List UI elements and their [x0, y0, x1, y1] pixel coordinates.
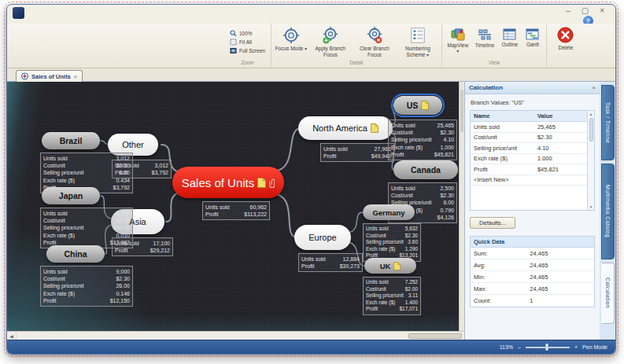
branch-canada[interactable]: Canada [393, 160, 458, 179]
branch-uk-data: Units sold7,252Cost/unit$2.00Selling pri… [363, 277, 421, 315]
row-value: $12,150 [110, 297, 130, 304]
row-label: Cost/unit [391, 192, 413, 199]
apply-branch-focus-button[interactable]: Apply Branch Focus [308, 25, 353, 57]
data-row: Units sold5,632 [364, 226, 420, 233]
slider-thumb[interactable] [545, 344, 548, 351]
data-row: Profit$49,946 [321, 153, 393, 160]
mindmap-canvas[interactable]: Sales of Units Units sold60,962Profit$11… [7, 82, 464, 331]
fit-all-button[interactable]: Fit All [230, 39, 252, 46]
calculation-panel: Calculation × Branch Values: "US" Name V… [464, 82, 600, 340]
clear-branch-focus-button[interactable]: Clear Branch Focus [353, 25, 397, 57]
outline-label: Outline [502, 42, 519, 47]
row-value: $17,062 [110, 239, 130, 246]
data-row: Profit$17,071 [364, 306, 420, 313]
gantt-label: Gantt [526, 42, 539, 47]
canvas-vertical-scrollbar[interactable] [459, 82, 464, 331]
tab-task-timeline[interactable]: Task / Timeline [601, 85, 615, 160]
close-button[interactable]: × [600, 6, 604, 16]
attachment-icon[interactable] [269, 178, 275, 188]
table-scrollbar[interactable]: ▲ ▼ [587, 111, 594, 210]
tab-multimedia-catalog[interactable]: Multimedia Catalog [601, 164, 615, 259]
row-label: Selling price/unit [43, 224, 83, 231]
canvas-horizontal-scrollbar[interactable]: ◀ [7, 331, 464, 340]
pen-mode-label[interactable]: Pen Mode [582, 344, 607, 350]
zoom-100-button[interactable]: 100% [230, 30, 253, 37]
row-value: 8.20 [119, 169, 130, 176]
defaults-button[interactable]: Defaults... [470, 217, 515, 229]
row-value: 26.00 [116, 282, 130, 289]
note-icon[interactable] [393, 262, 401, 270]
panel-close-icon[interactable]: × [592, 84, 596, 91]
mapview-button[interactable]: MapView [445, 25, 471, 53]
minimize-button[interactable]: – [566, 6, 570, 16]
tab-sales-of-units[interactable]: Sales of Units × [16, 70, 83, 82]
note-icon[interactable] [257, 178, 266, 188]
data-row: Sum:24,465 [471, 248, 594, 259]
zoom-out-button[interactable]: – [518, 344, 521, 350]
data-row: Units sold3,012 [41, 155, 132, 162]
panel-title: Calculation [469, 84, 503, 91]
root-topic-sales-of-units[interactable]: Sales of Units [172, 167, 284, 198]
timeline-button[interactable]: Timeline [471, 25, 498, 48]
row-label: Exch rate ($) [43, 177, 75, 184]
note-icon[interactable] [421, 101, 429, 110]
scroll-left-icon[interactable]: ◀ [7, 332, 17, 340]
statusbar: 113% – + Pen Mode [7, 340, 615, 354]
tab-close-icon[interactable]: × [74, 73, 78, 80]
row-value: $113,222 [244, 211, 267, 218]
outline-button[interactable]: Outline [498, 25, 522, 47]
branch-uk[interactable]: UK [364, 258, 416, 274]
focus-mode-button[interactable]: Focus Mode [274, 25, 308, 53]
numbering-scheme-button[interactable]: Numbering Scheme [397, 25, 439, 58]
tab-calculation[interactable]: Calculation [601, 263, 615, 324]
branch-china[interactable]: China [46, 245, 105, 263]
maximize-button[interactable]: ▢ [582, 6, 589, 16]
scrollbar-thumb[interactable] [460, 90, 463, 132]
branch-japan-data: Units sold8,100Cost/unit$2.30Selling pri… [40, 208, 133, 248]
row-value: 24,465 [530, 262, 548, 269]
gantt-button[interactable]: Gantt [522, 25, 544, 47]
note-icon[interactable] [371, 123, 378, 133]
row-label: <Insert New> [471, 176, 536, 183]
full-screen-button[interactable]: Full Screen [230, 47, 265, 54]
branch-label: Europe [308, 233, 336, 242]
apply-branch-focus-icon [322, 27, 339, 44]
branch-japan[interactable]: Japan [42, 187, 100, 204]
row-label: Selling price/unit [366, 292, 404, 300]
row-value: 7,252 [405, 279, 418, 286]
row-label: Units sold [471, 123, 536, 131]
scroll-down-icon[interactable]: ▼ [588, 204, 594, 209]
row-value: 60,962 [250, 204, 267, 211]
branch-label: Germany [372, 208, 404, 217]
row-label: Avg: [471, 262, 530, 269]
data-row: Units sold60,962 [203, 204, 269, 211]
row-value: 0.146 [116, 290, 130, 297]
focus-mode-icon [282, 27, 300, 44]
row-value: $2.30 [116, 217, 130, 224]
zoom-slider[interactable] [526, 344, 570, 351]
branch-brazil[interactable]: Brazil [42, 132, 100, 149]
table-body[interactable]: Units sold25,465Cost/unit$2.30Selling pr… [471, 122, 587, 186]
row-label: Exch rate ($) [366, 246, 395, 253]
row-value: 3,012 [116, 155, 130, 162]
branch-values-label: Branch Values: "US" [471, 99, 524, 106]
branch-us[interactable]: US [393, 96, 442, 115]
branch-germany[interactable]: Germany [363, 204, 415, 220]
branch-europe[interactable]: Europe [294, 225, 351, 250]
row-value: 24,465 [530, 250, 548, 257]
branch-north-america[interactable]: North America [298, 116, 393, 140]
row-value: 3.11 [408, 292, 418, 300]
branch-values-table[interactable]: Name Value Units sold25,465Cost/unit$2.3… [470, 110, 595, 211]
zoom-in-button[interactable]: + [574, 344, 578, 350]
delete-button[interactable]: Delete [549, 25, 582, 51]
branch-label: China [64, 249, 87, 259]
row-value: 3.60 [408, 239, 418, 246]
row-value: 24,465 [530, 285, 548, 292]
scrollbar-thumb[interactable] [589, 118, 593, 142]
scroll-up-icon[interactable]: ▲ [588, 112, 594, 116]
row-value: $17,071 [400, 306, 419, 313]
delete-icon [557, 27, 574, 43]
row-label: Exch rate ($) [391, 144, 423, 151]
row-label: Profit [366, 306, 378, 313]
scrollbar-thumb[interactable] [408, 333, 462, 339]
